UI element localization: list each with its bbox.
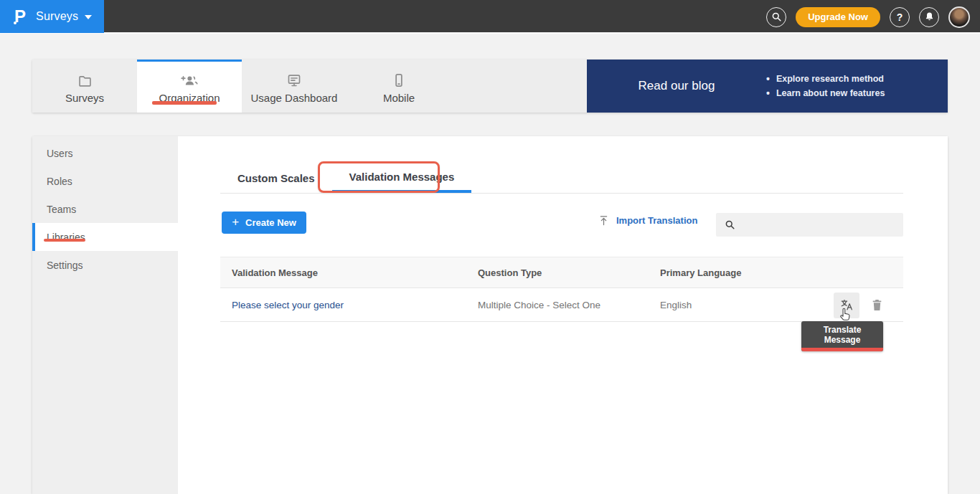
group-add-icon — [179, 71, 199, 88]
delete-message-button[interactable] — [871, 298, 883, 312]
search-icon — [725, 219, 735, 230]
sidebar-item-settings[interactable]: Settings — [32, 251, 178, 279]
product-switcher[interactable]: P Surveys — [0, 0, 104, 33]
table-header-row: Validation Message Question Type Primary… — [220, 257, 903, 288]
bell-icon — [924, 11, 935, 22]
validation-messages-table: Validation Message Question Type Primary… — [220, 257, 903, 322]
tab-validation-messages[interactable]: Validation Messages — [332, 163, 472, 193]
main-panel: Users Roles Teams Libraries Settings Cus… — [32, 136, 948, 494]
search-input[interactable] — [742, 219, 895, 230]
blog-banner[interactable]: Read our blog Explore research method Le… — [587, 60, 948, 113]
topbar: P Surveys Upgrade Now ? — [0, 0, 980, 34]
help-icon: ? — [897, 11, 903, 23]
module-tab-label: Usage Dashboard — [251, 92, 338, 104]
module-tab-usage-dashboard[interactable]: Usage Dashboard — [242, 60, 347, 113]
tabs-divider — [220, 193, 903, 194]
blog-bullet: Explore research method — [766, 73, 885, 85]
tab-label: Custom Scales — [237, 172, 315, 184]
create-new-button[interactable]: + Create New — [222, 212, 306, 234]
upload-icon — [598, 214, 609, 227]
blog-banner-title: Read our blog — [587, 79, 766, 93]
blog-bullet: Learn about new features — [766, 87, 885, 99]
upgrade-now-button[interactable]: Upgrade Now — [796, 7, 880, 27]
sidebar-item-label: Settings — [47, 260, 83, 271]
translate-icon — [840, 298, 854, 312]
search-icon — [771, 11, 782, 22]
col-header-validation-message: Validation Message — [220, 267, 466, 278]
help-button[interactable]: ? — [890, 7, 910, 27]
validation-message-link[interactable]: Please select your gender — [232, 300, 344, 310]
questionpro-logo-icon: P — [14, 8, 26, 25]
module-tab-label: Surveys — [65, 92, 104, 104]
sidebar-item-label: Roles — [47, 176, 72, 187]
translate-message-button[interactable] — [834, 293, 859, 318]
table-search[interactable] — [716, 213, 903, 237]
libraries-tabs: Custom Scales Validation Messages — [220, 163, 471, 193]
tooltip-text: Translate Message — [801, 321, 883, 348]
trash-icon — [871, 298, 883, 312]
sidebar-item-roles[interactable]: Roles — [32, 167, 178, 195]
col-header-question-type: Question Type — [466, 267, 649, 278]
folder-icon — [77, 71, 93, 88]
product-name: Surveys — [36, 10, 78, 23]
create-new-label: Create New — [245, 217, 296, 228]
import-translation-link[interactable]: Import Translation — [598, 212, 697, 228]
dashboard-icon — [286, 71, 303, 88]
tab-custom-scales[interactable]: Custom Scales — [220, 163, 332, 193]
sidebar-item-libraries[interactable]: Libraries — [32, 223, 178, 251]
org-sidebar: Users Roles Teams Libraries Settings — [32, 136, 178, 494]
mobile-icon — [391, 71, 407, 88]
col-header-primary-language: Primary Language — [649, 267, 903, 278]
chevron-down-icon — [85, 15, 92, 19]
sidebar-item-users[interactable]: Users — [32, 139, 178, 167]
avatar[interactable] — [948, 6, 970, 28]
module-tab-label: Mobile — [383, 92, 415, 104]
sidebar-item-teams[interactable]: Teams — [32, 195, 178, 223]
sidebar-item-label: Users — [47, 148, 73, 159]
plus-icon: + — [232, 215, 239, 229]
annotation-underline-libraries — [44, 239, 85, 242]
question-type-cell: Multiple Choice - Select One — [466, 300, 649, 310]
tab-label: Validation Messages — [349, 171, 455, 183]
row-actions — [822, 288, 883, 322]
module-tab-mobile[interactable]: Mobile — [347, 60, 451, 113]
libraries-content: Custom Scales Validation Messages + Crea… — [220, 136, 903, 494]
module-tab-surveys[interactable]: Surveys — [32, 60, 137, 113]
module-nav: Surveys Organization Usage — [32, 60, 948, 113]
annotation-underline-organization — [152, 101, 217, 105]
sidebar-item-label: Teams — [47, 204, 76, 215]
translate-tooltip: Translate Message — [801, 321, 883, 351]
notifications-button[interactable] — [919, 7, 939, 27]
blog-banner-bullets: Explore research method Learn about new … — [766, 70, 885, 102]
table-row: Please select your gender Multiple Choic… — [220, 288, 903, 322]
import-translation-label: Import Translation — [616, 215, 697, 226]
search-button[interactable] — [766, 7, 786, 27]
annotation-underline-tooltip — [801, 348, 883, 351]
